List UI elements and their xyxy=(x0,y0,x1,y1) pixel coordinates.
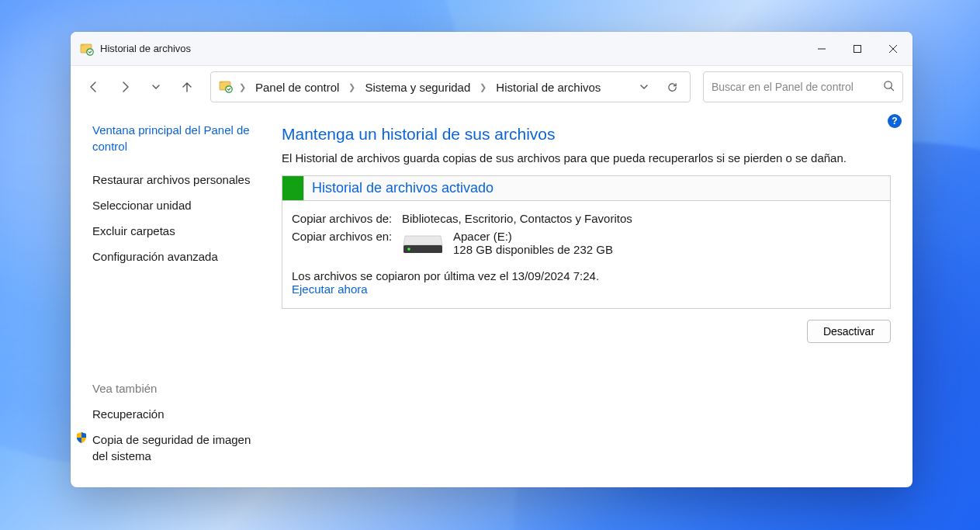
file-history-icon xyxy=(219,79,233,95)
status-title: Historial de archivos activado xyxy=(304,180,493,196)
drive-space: 128 GB disponibles de 232 GB xyxy=(453,243,613,256)
drive-name: Apacer (E:) xyxy=(453,230,613,243)
forward-button[interactable] xyxy=(111,73,139,101)
search-icon xyxy=(883,80,895,94)
chevron-right-icon: ❯ xyxy=(476,82,490,92)
toolbar: ❯ Panel de control ❯ Sistema y seguridad… xyxy=(71,66,912,108)
status-panel: Historial de archivos activado Copiar ar… xyxy=(282,175,891,309)
copy-from-label: Copiar archivos de: xyxy=(292,212,402,225)
sidebar-item-select-drive[interactable]: Seleccionar unidad xyxy=(92,197,258,213)
copy-from-value: Bibliotecas, Escritorio, Contactos y Fav… xyxy=(402,212,632,225)
minimize-button[interactable] xyxy=(804,32,840,66)
page-heading: Mantenga un historial de sus archivos xyxy=(282,125,891,144)
see-also-system-image[interactable]: Copia de seguridad de imagen del sistema xyxy=(92,431,258,464)
maximize-button[interactable] xyxy=(840,32,875,66)
sidebar: Ventana principal del Panel de control R… xyxy=(71,108,271,487)
main-panel: Mantenga un historial de sus archivos El… xyxy=(271,108,912,487)
shield-icon xyxy=(75,431,88,446)
sidebar-item-exclude-folders[interactable]: Excluir carpetas xyxy=(92,223,258,239)
search-input[interactable] xyxy=(712,81,883,93)
see-also-section: Vea también Recuperación Copia de seguri… xyxy=(92,366,258,475)
window: Historial de archivos xyxy=(71,32,912,487)
up-button[interactable] xyxy=(173,73,201,101)
last-copy-text: Los archivos se copiaron por última vez … xyxy=(292,269,878,282)
see-also-heading: Vea también xyxy=(92,382,258,395)
breadcrumb-item[interactable]: Historial de archivos xyxy=(493,78,604,97)
svg-point-5 xyxy=(885,81,892,88)
svg-rect-2 xyxy=(854,45,861,52)
sidebar-home-link[interactable]: Ventana principal del Panel de control xyxy=(92,122,258,154)
breadcrumb-item[interactable]: Panel de control xyxy=(252,78,342,97)
run-now-link[interactable]: Ejecutar ahora xyxy=(292,282,368,296)
copy-to-label: Copiar archivos en: xyxy=(292,230,402,258)
file-history-icon xyxy=(80,42,94,56)
status-header: Historial de archivos activado xyxy=(282,176,890,201)
refresh-button[interactable] xyxy=(659,74,685,100)
svg-point-7 xyxy=(407,248,410,251)
search-box[interactable] xyxy=(703,71,903,102)
sidebar-item-advanced[interactable]: Configuración avanzada xyxy=(92,248,258,265)
recent-dropdown-button[interactable] xyxy=(142,73,170,101)
body: ? Ventana principal del Panel de control… xyxy=(71,108,912,487)
sidebar-item-restore[interactable]: Restaurar archivos personales xyxy=(92,171,258,188)
breadcrumb-item[interactable]: Sistema y seguridad xyxy=(362,78,473,97)
address-dropdown-button[interactable] xyxy=(631,74,657,100)
chevron-right-icon: ❯ xyxy=(345,82,358,92)
drive-icon xyxy=(402,233,444,258)
status-indicator-icon xyxy=(282,176,304,200)
back-button[interactable] xyxy=(80,73,108,101)
titlebar: Historial de archivos xyxy=(71,32,912,66)
page-subheading: El Historial de archivos guarda copias d… xyxy=(282,151,891,165)
window-title: Historial de archivos xyxy=(100,43,191,54)
see-also-recovery[interactable]: Recuperación xyxy=(92,406,258,422)
address-bar[interactable]: ❯ Panel de control ❯ Sistema y seguridad… xyxy=(210,71,691,102)
deactivate-button[interactable]: Desactivar xyxy=(807,320,891,343)
close-button[interactable] xyxy=(875,32,911,66)
chevron-right-icon: ❯ xyxy=(236,82,249,92)
help-icon[interactable]: ? xyxy=(888,114,902,128)
